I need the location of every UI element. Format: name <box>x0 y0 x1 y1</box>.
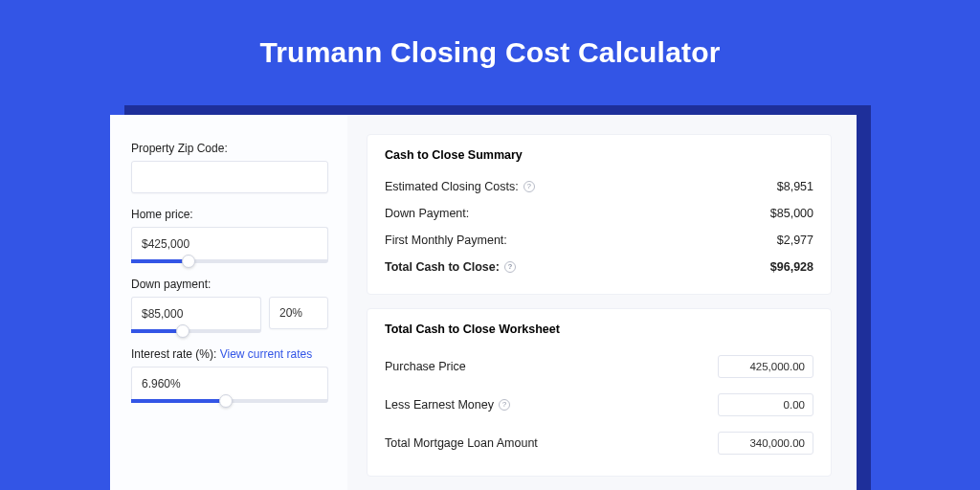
down-slider-fill <box>131 329 183 333</box>
down-label: Down payment: <box>131 278 328 291</box>
worksheet-row-label: Purchase Price <box>385 360 466 373</box>
help-icon[interactable]: ? <box>504 261 516 273</box>
summary-row: Estimated Closing Costs: ? $8,951 <box>385 173 813 200</box>
worksheet-row: Purchase Price 425,000.00 <box>385 347 813 386</box>
price-slider[interactable] <box>131 259 328 263</box>
down-group: Down payment: <box>131 278 328 333</box>
worksheet-row-value[interactable]: 0.00 <box>718 393 813 416</box>
summary-row-label: Down Payment: <box>385 207 469 220</box>
rate-slider-thumb[interactable] <box>219 394 233 408</box>
help-icon[interactable]: ? <box>499 399 510 411</box>
summary-row-label: First Monthly Payment: <box>385 234 507 247</box>
help-icon[interactable]: ? <box>523 181 535 192</box>
summary-total-row: Total Cash to Close: ? $96,928 <box>385 254 813 280</box>
worksheet-row-label: Total Mortgage Loan Amount <box>385 436 538 450</box>
price-slider-fill <box>131 259 189 263</box>
summary-row-value: $8,951 <box>777 180 813 193</box>
price-label: Home price: <box>131 208 328 221</box>
worksheet-heading: Total Cash to Close Worksheet <box>385 323 813 336</box>
rate-group: Interest rate (%): View current rates <box>131 347 328 403</box>
worksheet-panel: Total Cash to Close Worksheet Purchase P… <box>367 308 832 477</box>
view-rates-link[interactable]: View current rates <box>220 347 313 361</box>
inputs-pane: Property Zip Code: Home price: Down paym… <box>110 115 347 490</box>
rate-slider[interactable] <box>131 399 328 403</box>
zip-label: Property Zip Code: <box>131 142 328 155</box>
summary-row-label: Estimated Closing Costs: <box>385 180 519 193</box>
down-amount-input[interactable] <box>131 297 261 329</box>
rate-input[interactable] <box>131 367 328 399</box>
summary-total-value: $96,928 <box>770 260 813 274</box>
rate-label: Interest rate (%): View current rates <box>131 347 328 361</box>
down-pct-input[interactable] <box>269 297 328 329</box>
price-group: Home price: <box>131 208 328 263</box>
zip-group: Property Zip Code: <box>131 142 328 193</box>
rate-slider-fill <box>131 399 226 403</box>
summary-total-label: Total Cash to Close: <box>385 260 500 274</box>
summary-row-value: $2,977 <box>777 234 813 247</box>
down-slider-thumb[interactable] <box>176 324 189 338</box>
price-input[interactable] <box>131 227 328 259</box>
price-slider-thumb[interactable] <box>182 255 195 268</box>
summary-row-value: $85,000 <box>770 207 813 220</box>
zip-input[interactable] <box>131 161 328 193</box>
worksheet-row: Total Mortgage Loan Amount 340,000.00 <box>385 424 813 462</box>
page-title: Trumann Closing Cost Calculator <box>0 0 980 96</box>
worksheet-row-label: Less Earnest Money <box>385 398 494 412</box>
results-pane: Cash to Close Summary Estimated Closing … <box>347 115 857 490</box>
summary-heading: Cash to Close Summary <box>385 148 813 162</box>
summary-row: First Monthly Payment: $2,977 <box>385 227 813 254</box>
down-slider[interactable] <box>131 329 261 333</box>
calculator-card: Property Zip Code: Home price: Down paym… <box>110 115 857 490</box>
summary-panel: Cash to Close Summary Estimated Closing … <box>367 134 832 295</box>
worksheet-row-value[interactable]: 340,000.00 <box>718 432 813 455</box>
worksheet-row: Less Earnest Money ? 0.00 <box>385 386 813 424</box>
worksheet-row-value[interactable]: 425,000.00 <box>718 355 813 378</box>
summary-row: Down Payment: $85,000 <box>385 200 813 227</box>
rate-label-text: Interest rate (%): <box>131 347 216 361</box>
